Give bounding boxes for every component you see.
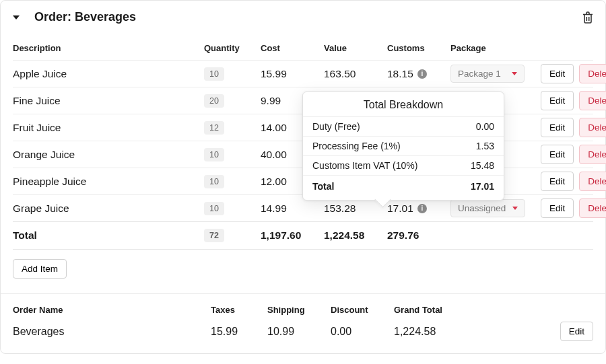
delete-button[interactable]: Delete [579, 91, 606, 110]
popover-row: Customs Item VAT (10%) 15.48 [303, 155, 504, 175]
collapse-toggle-icon[interactable] [13, 15, 20, 20]
cell-description: Fruit Juice [13, 122, 201, 134]
popover-total-value: 17.01 [471, 181, 494, 192]
edit-button[interactable]: Edit [541, 118, 574, 137]
info-icon[interactable]: i [417, 204, 427, 213]
col-customs: Customs [387, 43, 448, 53]
popover-row-value: 15.48 [471, 160, 494, 171]
footer-label-taxes: Taxes [211, 305, 265, 315]
order-summary: Order Name Taxes Shipping Discount Grand… [1, 294, 605, 353]
delete-button[interactable]: Delete [579, 145, 606, 164]
table-header-row: Description Quantity Cost Value Customs … [13, 39, 593, 60]
cell-customs: 18.15 i [387, 68, 448, 80]
popover-total-row: Total 17.01 [303, 175, 504, 200]
popover-title: Total Breakdown [303, 92, 504, 116]
chevron-down-icon [512, 207, 518, 210]
card-title: Order: Beverages [34, 10, 136, 24]
footer-taxes: 15.99 [211, 326, 265, 338]
cell-description: Orange Juice [13, 149, 201, 161]
cell-description: Apple Juice [13, 68, 201, 80]
customs-value: 17.01 [387, 203, 413, 215]
cell-description: Pineapple Juice [13, 176, 201, 188]
footer-grand-total: 1,224.58 [394, 326, 475, 338]
popover-row-label: Duty (Free) [312, 121, 360, 132]
cell-value: 163.50 [324, 68, 384, 80]
popover-row: Processing Fee (1%) 1.53 [303, 136, 504, 155]
table-total-row: Total 72 1,197.60 1,224.58 279.76 [13, 221, 593, 250]
delete-order-button[interactable] [582, 11, 593, 24]
edit-button[interactable]: Edit [541, 145, 574, 164]
popover-total-label: Total [312, 181, 334, 192]
footer-label-shipping: Shipping [267, 305, 328, 315]
footer-order-name: Beverages [13, 326, 208, 338]
customs-value: 18.15 [387, 68, 413, 80]
total-label: Total [13, 229, 201, 242]
total-customs: 279.76 [387, 229, 448, 242]
edit-button[interactable]: Edit [541, 172, 574, 191]
customs-breakdown-popover: Total Breakdown Duty (Free) 0.00 Process… [302, 92, 504, 201]
edit-button[interactable]: Edit [541, 91, 574, 110]
col-package: Package [450, 43, 538, 53]
popover-row-value: 0.00 [476, 121, 494, 132]
order-card: Order: Beverages Description Quantity Co… [0, 0, 606, 354]
chevron-down-icon [512, 72, 517, 75]
cell-description: Grape Juice [13, 203, 201, 215]
card-header: Order: Beverages [1, 1, 605, 31]
quantity-pill[interactable]: 10 [204, 148, 224, 161]
package-select[interactable]: Unassigned [450, 199, 525, 217]
popover-row-value: 1.53 [476, 141, 494, 151]
quantity-pill[interactable]: 10 [204, 175, 224, 188]
cell-customs: 17.01 i [387, 203, 448, 215]
footer-label-grand-total: Grand Total [394, 305, 475, 315]
total-value: 1,224.58 [324, 229, 384, 242]
cell-cost: 15.99 [261, 68, 321, 80]
add-item-button[interactable]: Add Item [13, 259, 67, 279]
edit-summary-button[interactable]: Edit [560, 322, 593, 341]
package-select-label: Package 1 [458, 69, 501, 79]
footer-shipping: 10.99 [267, 326, 328, 338]
quantity-pill[interactable]: 20 [204, 94, 224, 108]
quantity-pill[interactable]: 12 [204, 121, 224, 135]
footer-label-order-name: Order Name [13, 305, 208, 315]
cell-cost: 14.99 [261, 203, 321, 215]
package-select-label: Unassigned [458, 203, 506, 213]
delete-button[interactable]: Delete [579, 118, 606, 137]
cell-description: Fine Juice [13, 95, 201, 107]
footer-label-discount: Discount [331, 305, 391, 315]
quantity-pill-total: 72 [204, 229, 224, 242]
popover-row-label: Processing Fee (1%) [312, 141, 401, 151]
add-item-wrap: Add Item [1, 250, 605, 294]
edit-button[interactable]: Edit [541, 198, 574, 218]
edit-button[interactable]: Edit [541, 64, 574, 83]
quantity-pill[interactable]: 10 [204, 202, 224, 215]
delete-button[interactable]: Delete [579, 198, 606, 218]
delete-button[interactable]: Delete [579, 64, 606, 83]
col-quantity: Quantity [204, 43, 258, 53]
col-cost: Cost [261, 43, 321, 53]
popover-row: Duty (Free) 0.00 [303, 116, 504, 136]
quantity-pill[interactable]: 10 [204, 67, 224, 81]
info-icon[interactable]: i [417, 69, 427, 79]
popover-row-label: Customs Item VAT (10%) [312, 160, 417, 171]
package-select[interactable]: Package 1 [450, 65, 525, 83]
total-cost: 1,197.60 [261, 229, 321, 242]
col-description: Description [13, 43, 201, 53]
cell-value: 153.28 [324, 203, 384, 215]
col-value: Value [324, 43, 384, 53]
table-row: Apple Juice 10 15.99 163.50 18.15 i Pack… [13, 60, 593, 87]
footer-discount: 0.00 [331, 326, 391, 338]
trash-icon [582, 11, 593, 24]
delete-button[interactable]: Delete [579, 172, 606, 191]
